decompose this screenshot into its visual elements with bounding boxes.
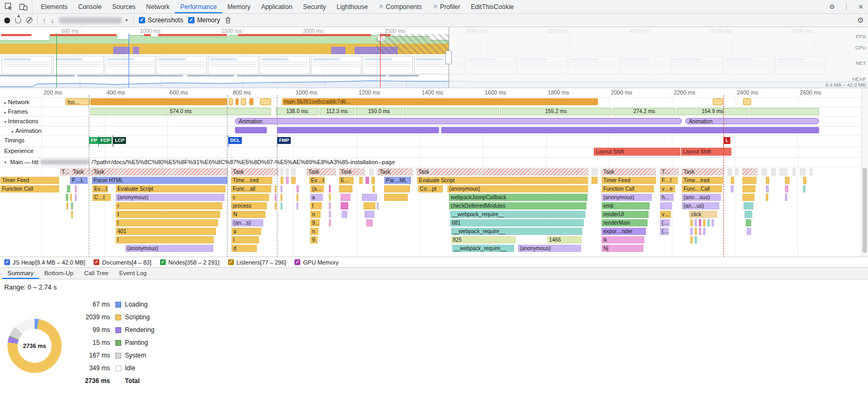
flame-bar[interactable]: P…L (70, 176, 88, 184)
flame-bar[interactable] (591, 176, 598, 184)
flame-bar[interactable]: Timer Fired (601, 176, 656, 184)
lane-label-timings[interactable]: Timings (4, 137, 24, 143)
flame-bar[interactable] (792, 168, 796, 176)
flame-bar[interactable] (363, 202, 376, 210)
flame-bar[interactable] (341, 210, 348, 218)
flame-bar[interactable]: Task (377, 168, 413, 176)
tab-memory[interactable]: Memory (222, 0, 256, 13)
flame-bar[interactable]: (ano…ous) (681, 193, 721, 201)
flame-bar[interactable]: n (310, 227, 319, 235)
flame-bar[interactable]: Task (601, 168, 656, 176)
flame-bar[interactable]: Task (339, 168, 365, 176)
flame-bar[interactable]: Nj (601, 244, 644, 252)
flame-bar[interactable] (809, 168, 813, 176)
flame-bar[interactable]: t (115, 210, 221, 218)
reload-and-record-icon[interactable] (15, 17, 21, 23)
flame-bar[interactable]: F…l (660, 176, 678, 184)
scrollbar-thumb[interactable] (863, 168, 867, 253)
flame-bar[interactable] (371, 176, 375, 184)
flame-bar[interactable] (742, 185, 756, 193)
load-profile-icon[interactable]: ↑ (43, 17, 46, 24)
flame-bar[interactable]: (…) (660, 219, 670, 227)
flame-bar[interactable] (361, 193, 377, 201)
flame-bar[interactable] (280, 176, 284, 184)
flame-bar[interactable]: 401 (115, 227, 216, 235)
flame-bar[interactable]: Ev…t (309, 176, 325, 184)
flame-bar[interactable] (328, 185, 331, 193)
frame-duration-segment[interactable] (403, 108, 499, 115)
network-request-bar[interactable]: foo… (65, 98, 90, 105)
frame-duration-segment[interactable]: 274.2 ms (613, 108, 676, 115)
flame-bar[interactable] (730, 176, 735, 184)
flame-bar[interactable]: webpackJsonpCallback (449, 193, 588, 201)
network-request-bar[interactable] (249, 98, 254, 105)
flame-bar[interactable] (280, 193, 283, 201)
frame-duration-segment[interactable]: 155.2 ms (500, 108, 612, 115)
flame-bar[interactable] (742, 193, 755, 201)
flame-bar[interactable] (694, 236, 697, 244)
flame-bar[interactable]: (anonymous) (125, 244, 214, 252)
timing-badge-fmp[interactable]: FMP (277, 137, 291, 144)
timeline-overview[interactable]: 500 ms1000 ms1500 ms2000 ms2500 ms3000 m… (0, 27, 868, 88)
flame-bar[interactable]: click (689, 210, 718, 218)
flame-bar[interactable]: Function Call (0, 185, 60, 193)
network-request-bar[interactable] (260, 98, 271, 105)
details-tab-event-log[interactable]: Event Log (114, 268, 152, 279)
flame-bar[interactable] (65, 193, 69, 201)
flame-bar[interactable] (66, 185, 71, 193)
overview-dimmed-region[interactable] (449, 27, 868, 88)
flame-bar[interactable] (328, 210, 331, 218)
timing-badge-dcl[interactable]: DCL (229, 137, 242, 144)
memory-counter-toggle[interactable]: ✓Nodes[358 – 2 291] (160, 259, 220, 266)
flame-bar[interactable]: 825 (451, 236, 516, 244)
details-tab-summary[interactable]: Summary (2, 268, 39, 279)
flame-bar[interactable]: Task (416, 168, 589, 176)
flame-bar[interactable] (280, 185, 283, 193)
flame-bar[interactable]: Evaluate Script (115, 185, 226, 193)
flame-bar[interactable] (785, 185, 789, 193)
record-button[interactable] (4, 18, 10, 23)
timing-badge-fp[interactable]: FP (89, 137, 99, 144)
flame-bar[interactable]: d (231, 244, 257, 252)
tab-security[interactable]: Security (298, 0, 331, 13)
flame-bar[interactable]: (an…s) (231, 219, 264, 227)
main-thread-header[interactable]: ▾Main — htt/?path=/docs/%E5%8C%80%E5%8F%… (0, 157, 868, 167)
tab-application[interactable]: Application (256, 0, 298, 13)
flame-bar[interactable] (366, 219, 373, 227)
garbage-collect-icon[interactable] (225, 16, 231, 24)
flame-bar[interactable]: l (115, 236, 214, 244)
flame-bar[interactable] (70, 193, 72, 201)
settings-icon[interactable]: ⚙ (825, 0, 839, 13)
flame-bar[interactable] (727, 168, 732, 176)
flame-bar[interactable]: Function Call (601, 185, 654, 193)
flame-bar[interactable]: Ev…t (92, 185, 108, 193)
history-dropdown[interactable]: ▼ (59, 18, 129, 23)
flame-bar[interactable]: process (231, 202, 267, 210)
flame-bar[interactable] (359, 176, 363, 184)
more-menu-icon[interactable]: ⋮ (839, 0, 854, 13)
flame-bar[interactable]: renderUI (601, 210, 649, 218)
lane-label-experience[interactable]: Experience (4, 148, 33, 154)
flame-bar[interactable] (74, 193, 77, 201)
flame-bar[interactable]: a (231, 227, 262, 235)
frame-duration-segment[interactable]: 154.9 ms (677, 108, 748, 115)
lane-label-interactions[interactable]: ▾Interactions (4, 118, 38, 124)
interaction-animation-bar[interactable]: Animation (685, 118, 819, 124)
flame-bar[interactable]: Time…ired (231, 176, 273, 184)
flame-bar[interactable]: v… (660, 210, 671, 218)
flame-bar[interactable]: Task (60, 168, 71, 176)
clear-recording-icon[interactable] (26, 17, 32, 23)
flame-bar[interactable] (735, 168, 739, 176)
tab-console[interactable]: Console (73, 0, 107, 13)
frame-duration-segment[interactable]: 112.3 ms (319, 108, 355, 115)
flame-bar[interactable]: N (231, 210, 266, 218)
network-request-bar[interactable] (90, 98, 227, 105)
flame-bar[interactable]: Par…ML (384, 176, 411, 184)
flame-bar[interactable] (746, 227, 752, 235)
capture-settings-icon[interactable]: ⚙ (857, 16, 864, 24)
flame-bar[interactable]: emit (601, 202, 650, 210)
flame-bar[interactable] (785, 176, 790, 184)
flame-bar[interactable] (285, 176, 289, 184)
animation-track-bar[interactable] (277, 127, 439, 133)
flame-bar[interactable]: (anonymous) (115, 193, 225, 201)
